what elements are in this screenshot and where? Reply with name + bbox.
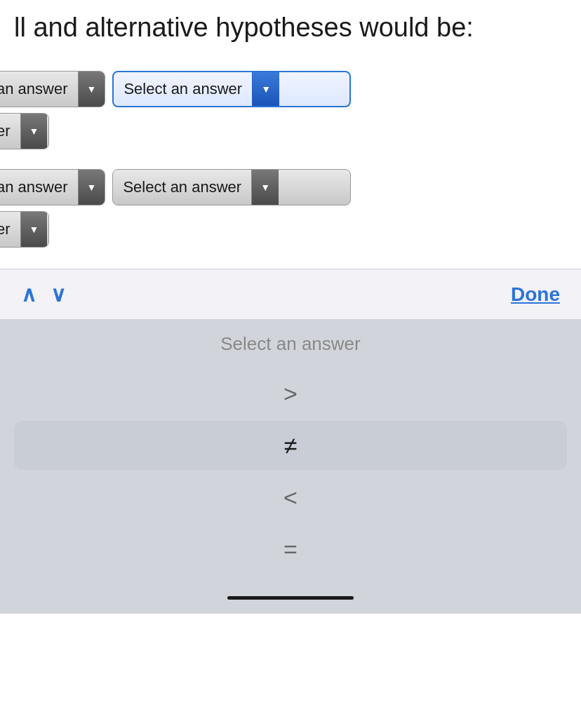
home-indicator — [227, 596, 354, 600]
dropdown-arrow-1[interactable]: ▼ — [78, 72, 105, 107]
dropdown-label-2: Select an answer — [114, 80, 252, 98]
chevron-down-icon: ▼ — [87, 83, 97, 95]
chevron-down-icon: ▼ — [29, 126, 39, 137]
picker-item-less[interactable]: < — [14, 473, 567, 522]
dropdown-arrow-3[interactable]: ▼ — [20, 114, 48, 149]
row-group-1-top: an answer ▼ Select an answer ▼ — [0, 71, 567, 107]
row-group-2-bottom: er ▼ — [0, 211, 567, 248]
nav-bar: ∧ ∨ Done — [0, 269, 581, 319]
dropdown-label-3: er — [0, 122, 20, 140]
done-button[interactable]: Done — [511, 283, 560, 306]
title-bar: ll and alternative hypotheses would be: — [0, 0, 581, 50]
dropdown-label-1: an answer — [0, 80, 78, 98]
dropdown-arrow-4[interactable]: ▼ — [78, 170, 105, 205]
dropdown-arrow-5[interactable]: ▼ — [251, 170, 279, 205]
dropdown-an-answer-2[interactable]: an answer ▼ — [0, 169, 105, 205]
picker-section: Select an answer > ≠ < = — [0, 319, 581, 614]
picker-item-eq[interactable]: = — [14, 525, 567, 574]
dropdown-arrow-2[interactable]: ▼ — [252, 72, 279, 106]
nav-arrows: ∧ ∨ — [21, 284, 66, 305]
row-group-1: an answer ▼ Select an answer ▼ er — [0, 71, 567, 149]
row-group-1-bottom: er ▼ — [0, 113, 567, 149]
dropdown-er-1[interactable]: er ▼ — [0, 113, 49, 149]
less-than-symbol: < — [283, 484, 298, 511]
dropdown-er-2[interactable]: er ▼ — [0, 211, 49, 248]
rows-container: an answer ▼ Select an answer ▼ er — [0, 50, 581, 255]
chevron-down-icon: ▼ — [260, 182, 270, 193]
dropdown-an-answer-1[interactable]: an answer ▼ — [0, 71, 105, 107]
picker-list: > ≠ < = — [0, 368, 581, 575]
picker-item-greater[interactable]: > — [14, 369, 567, 418]
chevron-down-icon: ▼ — [261, 83, 271, 95]
picker-item-neq[interactable]: ≠ — [14, 421, 567, 470]
nav-up-button[interactable]: ∧ — [21, 284, 36, 305]
equal-symbol: = — [283, 536, 298, 563]
top-section: ll and alternative hypotheses would be: … — [0, 0, 581, 269]
chevron-down-icon: ▼ — [29, 224, 39, 235]
dropdown-label-4: an answer — [0, 178, 78, 196]
nav-down-button[interactable]: ∨ — [51, 284, 66, 305]
dropdown-label-5: Select an answer — [113, 178, 251, 196]
dropdown-label-6: er — [0, 220, 20, 238]
greater-than-symbol: > — [283, 380, 298, 407]
dropdown-select-answer-2[interactable]: Select an answer ▼ — [112, 169, 351, 205]
chevron-down-icon: ▼ — [87, 182, 97, 193]
dropdown-select-answer-1[interactable]: Select an answer ▼ — [112, 71, 351, 107]
not-equal-symbol: ≠ — [284, 432, 298, 459]
row-group-2: an answer ▼ Select an answer ▼ er ▼ — [0, 169, 567, 248]
row-group-2-top: an answer ▼ Select an answer ▼ — [0, 169, 567, 205]
picker-header: Select an answer — [220, 333, 360, 355]
dropdown-arrow-6[interactable]: ▼ — [20, 212, 48, 247]
